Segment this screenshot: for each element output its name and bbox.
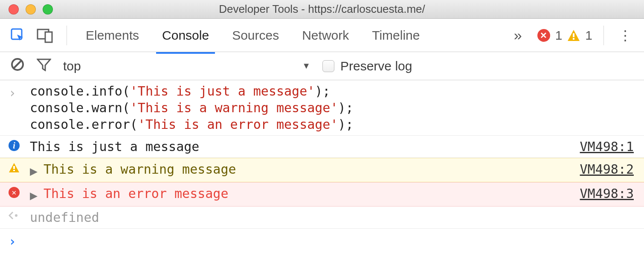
- tab-console[interactable]: Console: [156, 19, 215, 54]
- svg-rect-7: [13, 166, 15, 169]
- context-value: top: [63, 59, 81, 73]
- error-count: 1: [555, 28, 563, 43]
- close-window-button[interactable]: [9, 4, 19, 15]
- console-prompt-row[interactable]: ›: [0, 229, 644, 252]
- divider: [603, 26, 604, 45]
- console-body: › console.info('This is just a message')…: [0, 80, 644, 262]
- error-icon: ✕: [9, 185, 30, 198]
- log-message: This is an error message: [44, 185, 573, 202]
- console-filterbar: top ▼ Preserve log: [0, 52, 644, 80]
- info-icon: i: [9, 138, 30, 151]
- warning-badge-icon: [567, 29, 580, 41]
- inspect-element-icon[interactable]: [10, 28, 26, 43]
- return-value: undefined: [30, 209, 634, 226]
- filter-icon[interactable]: [37, 58, 51, 74]
- console-input-code: console.info('This is just a message'); …: [30, 83, 634, 133]
- svg-rect-8: [13, 170, 15, 171]
- svg-line-6: [14, 61, 21, 68]
- log-row-error[interactable]: ✕ ▶ This is an error message VM498:3: [0, 182, 644, 207]
- window-title: Developer Tools - https://carloscuesta.m…: [0, 3, 644, 16]
- warning-icon: [9, 161, 30, 173]
- input-prompt-icon: ›: [9, 83, 30, 101]
- log-source-link[interactable]: VM498:2: [573, 161, 634, 178]
- tab-timeline[interactable]: Timeline: [366, 19, 426, 52]
- titlebar: Developer Tools - https://carloscuesta.m…: [0, 0, 644, 19]
- svg-rect-4: [573, 38, 574, 40]
- output-arrow-icon: [9, 209, 30, 220]
- context-selector[interactable]: top ▼: [63, 59, 310, 73]
- log-row-info[interactable]: i This is just a message VM498:1: [0, 136, 644, 158]
- minimize-window-button[interactable]: [26, 4, 36, 15]
- chevron-down-icon: ▼: [302, 61, 310, 71]
- log-source-link[interactable]: VM498:1: [573, 138, 634, 155]
- warning-count: 1: [585, 28, 592, 43]
- svg-rect-2: [45, 32, 52, 42]
- panel-tabstrip: Elements Console Sources Network Timelin…: [0, 19, 644, 52]
- status-counts[interactable]: ✕ 1 1: [537, 28, 592, 43]
- divider: [67, 26, 67, 45]
- console-return-row: undefined: [0, 207, 644, 229]
- preserve-log-toggle[interactable]: Preserve log: [322, 59, 412, 73]
- tabs-overflow-button[interactable]: »: [511, 27, 526, 44]
- console-input-row[interactable]: › console.info('This is just a message')…: [0, 80, 644, 136]
- tab-network[interactable]: Network: [296, 19, 355, 52]
- checkbox-icon: [322, 60, 334, 72]
- log-source-link[interactable]: VM498:3: [573, 185, 634, 202]
- window-controls: [0, 4, 53, 15]
- expand-toggle-icon[interactable]: ▶: [30, 161, 41, 179]
- tab-sources[interactable]: Sources: [226, 19, 285, 52]
- zoom-window-button[interactable]: [43, 4, 53, 15]
- expand-toggle-icon[interactable]: ▶: [30, 185, 41, 204]
- log-message: This is just a message: [30, 138, 573, 155]
- log-message: This is a warning message: [44, 161, 573, 178]
- tab-elements[interactable]: Elements: [80, 19, 145, 52]
- svg-rect-3: [573, 33, 574, 37]
- log-row-warn[interactable]: ▶ This is a warning message VM498:2: [0, 158, 644, 182]
- error-badge-icon: ✕: [537, 29, 550, 42]
- more-menu-icon[interactable]: ⋮: [615, 27, 635, 44]
- svg-point-9: [15, 214, 17, 217]
- prompt-icon: ›: [9, 231, 30, 250]
- device-toolbar-icon[interactable]: [37, 28, 54, 43]
- preserve-log-label: Preserve log: [340, 59, 412, 73]
- clear-console-icon[interactable]: [10, 57, 25, 75]
